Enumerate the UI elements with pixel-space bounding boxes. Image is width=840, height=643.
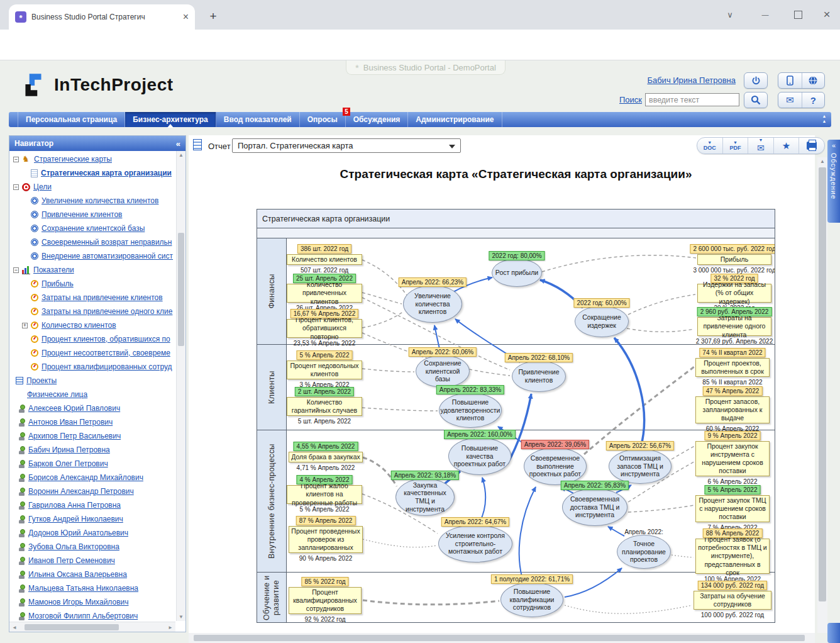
sidebar-item-12[interactable]: +Количество клиентов: [11, 318, 175, 332]
scroll-down-icon[interactable]: [179, 614, 184, 620]
goal-ellipse[interactable]: Своевременное выполнение проектных работ: [524, 447, 587, 485]
sidebar-collapse-icon[interactable]: [176, 139, 180, 148]
portal-tab-1[interactable]: Бизнес-архитектура: [125, 112, 216, 127]
sidebar-item-19[interactable]: Антонов Иван Петрович: [11, 415, 175, 429]
goal-ellipse[interactable]: Увеличение количества клиентов: [403, 285, 462, 323]
kpi-box[interactable]: Затраты на привлечение одного клиента: [697, 317, 771, 336]
search-input[interactable]: [645, 93, 739, 106]
sidebar-item-7[interactable]: Внедрение автоматизированной сист: [11, 249, 175, 263]
sidebar-item-15[interactable]: Процент квалифицированных сотруд: [11, 360, 175, 374]
sidebar-item-3[interactable]: Увеличение количества клиентов: [11, 194, 175, 208]
goal-ellipse[interactable]: Усиление контроля строительно-монтажных …: [438, 525, 512, 562]
kpi-box[interactable]: Затраты на обучение сотрудников: [694, 591, 771, 610]
sidebar-item-6[interactable]: Своевременный возврат неправильн: [11, 235, 175, 249]
portal-tab-0[interactable]: Персональная страница: [18, 112, 125, 127]
goal-ellipse[interactable]: Привлечение клиентов: [512, 361, 566, 392]
export-pdf-button[interactable]: PDF: [722, 138, 748, 154]
window-close-button[interactable]: [817, 6, 836, 23]
scroll-up-icon[interactable]: [179, 152, 184, 158]
kpi-box[interactable]: Издержки на запасы (% от общих издержек): [697, 284, 771, 303]
portal-tab-2[interactable]: Ввод показателей: [216, 112, 300, 127]
goal-ellipse[interactable]: Рост прибыли: [492, 259, 542, 287]
goal-ellipse[interactable]: Оптимизация запасов ТМЦ и инструмента: [609, 449, 671, 484]
search-button[interactable]: [744, 92, 768, 108]
logout-button[interactable]: [744, 72, 768, 89]
tab-search-chevron-icon[interactable]: [721, 6, 739, 23]
kpi-box[interactable]: Процент недовольных клиентов: [287, 361, 362, 379]
scroll-right-icon[interactable]: [168, 625, 173, 630]
sidebar-item-13[interactable]: Процент клиентов, обратившихся по: [11, 332, 175, 346]
kpi-box[interactable]: Процент жалоб клиентов на проверенные ра…: [287, 485, 362, 504]
goal-ellipse[interactable]: Точное планирование проектов: [617, 535, 671, 569]
scroll-left-icon[interactable]: [12, 625, 17, 630]
sidebar-item-0[interactable]: −Стратегические карты: [11, 152, 175, 166]
sidebar-item-14[interactable]: Процент несоответствий, своевреме: [11, 346, 175, 360]
portal-tab-5[interactable]: Администрирование: [408, 112, 502, 127]
sidebar-item-10[interactable]: Затраты на привлечение клиентов: [11, 291, 175, 305]
goal-ellipse[interactable]: Своевременная доставка ТМЦ и инструмента: [562, 488, 627, 526]
discussion-panel-tab[interactable]: Обсуждение: [827, 140, 840, 223]
kpi-box[interactable]: Доля брака в закупках: [289, 452, 363, 462]
content-vertical-scrollbar[interactable]: ▲: [817, 157, 827, 633]
portal-tab-4[interactable]: Обсуждения: [346, 112, 409, 127]
help-button[interactable]: [802, 92, 825, 108]
tree-expander-icon[interactable]: −: [13, 157, 19, 162]
goal-ellipse[interactable]: Сохранение клиентской базы: [416, 355, 470, 388]
sidebar-item-8[interactable]: −Показатели: [11, 263, 175, 277]
language-button[interactable]: [802, 73, 825, 88]
kpi-box[interactable]: Процент заявок (о потребностях в ТМЦ и и…: [695, 539, 770, 574]
sidebar-item-32[interactable]: Мамонов Игорь Михайлович: [11, 595, 175, 609]
goal-ellipse[interactable]: Повышение квалификации сотрудников: [500, 582, 563, 617]
sidebar-item-29[interactable]: Иванов Петр Семенович: [11, 554, 175, 568]
kpi-box[interactable]: Процент закупок ТМЦ с нарушением сроков …: [695, 495, 770, 522]
sidebar-item-30[interactable]: Ильина Оксана Валерьевна: [11, 568, 175, 581]
company-logo[interactable]: InTechProject: [19, 70, 174, 99]
goal-ellipse[interactable]: Повышение удовлетворенности клиентов: [439, 393, 502, 428]
content-horizontal-scrollbar[interactable]: [189, 633, 815, 643]
sidebar-hscroll-thumb[interactable]: [25, 624, 119, 630]
new-tab-button[interactable]: [205, 8, 221, 25]
sidebar-item-21[interactable]: Бабич Ирина Петровна: [11, 443, 175, 457]
nav-collapse-icon[interactable]: [815, 114, 834, 124]
tree-expander-icon[interactable]: −: [13, 184, 19, 190]
sidebar-item-4[interactable]: Привлечение клиентов: [11, 208, 175, 221]
current-user-link[interactable]: Бабич Ирина Петровна: [647, 75, 736, 85]
sidebar-item-28[interactable]: Зубова Ольга Викторовна: [11, 540, 175, 554]
goal-ellipse[interactable]: Повышение качества проектных работ: [448, 437, 511, 475]
favorite-report-button[interactable]: [773, 138, 799, 154]
kpi-box[interactable]: Процент закупок инструмента с нарушением…: [695, 441, 770, 476]
kpi-box[interactable]: Прибыль: [697, 254, 771, 265]
tree-expander-icon[interactable]: +: [22, 323, 28, 328]
content-vscroll-thumb[interactable]: [819, 167, 826, 601]
report-select[interactable]: Портал. Стратегическая карта: [232, 138, 461, 153]
sidebar-item-31[interactable]: Мальцева Татьяна Николаевна: [11, 581, 175, 595]
content-hscroll-thumb[interactable]: [194, 635, 805, 641]
sidebar-item-1[interactable]: Стратегическая карта организации: [11, 166, 175, 180]
print-button[interactable]: [799, 138, 824, 154]
sidebar-item-24[interactable]: Воронин Александр Петрович: [11, 484, 175, 498]
kpi-box[interactable]: Процент проведенных проверок из запланир…: [289, 526, 363, 553]
kpi-box[interactable]: Процент проектов, выполненных в срок: [695, 358, 770, 377]
sidebar-item-20[interactable]: Архипов Петр Васильевич: [11, 429, 175, 443]
export-doc-button[interactable]: DOC: [697, 138, 722, 154]
sidebar-item-27[interactable]: Додонов Юрий Анатольевич: [11, 526, 175, 540]
browser-tab[interactable]: Business Studio Portal Стратегич: [9, 4, 195, 30]
sidebar-item-23[interactable]: Борисов Александр Михайлович: [11, 471, 175, 484]
sidebar-horizontal-scrollbar[interactable]: [9, 622, 175, 632]
kpi-box[interactable]: Количество привлеченных клиентов: [287, 284, 362, 303]
sidebar-vertical-scrollbar[interactable]: [176, 151, 185, 621]
sidebar-item-17[interactable]: Физические лица: [11, 388, 175, 401]
messages-button[interactable]: [778, 92, 802, 108]
scroll-up-icon[interactable]: ▲: [820, 159, 825, 164]
sidebar-item-11[interactable]: Затраты на привлечение одного клие: [11, 305, 175, 318]
mobile-version-button[interactable]: [778, 73, 802, 88]
sidebar-item-26[interactable]: Гутков Андрей Николаевич: [11, 512, 175, 526]
portal-tab-3[interactable]: Опросы5: [300, 112, 346, 127]
window-maximize-button[interactable]: [788, 6, 807, 23]
sidebar-item-2[interactable]: −Цели: [11, 180, 175, 194]
goal-ellipse[interactable]: Сокращение издержек: [575, 306, 629, 337]
search-link[interactable]: Поиск: [619, 95, 642, 104]
window-minimize-button[interactable]: [756, 6, 775, 23]
tree-expander-icon[interactable]: −: [13, 267, 19, 273]
kpi-box[interactable]: Процент запасов, запланированных к выдач…: [695, 396, 770, 423]
